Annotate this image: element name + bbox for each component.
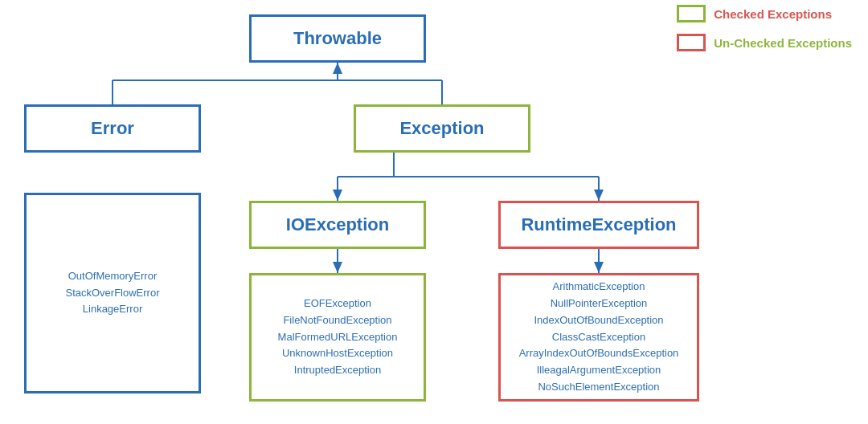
ioexception-label: IOException — [286, 214, 389, 235]
error-content-box: OutOfMemoryError StackOverFlowError Link… — [24, 193, 201, 393]
throwable-label: Throwable — [293, 28, 382, 49]
legend-checked: Checked Exceptions — [677, 5, 852, 22]
runtime-items: ArithmaticException NullPointerException… — [519, 279, 679, 396]
error-box: Error — [24, 104, 201, 153]
legend-checked-box — [677, 5, 706, 22]
ioexception-items: EOFException FileNotFoundException MalFo… — [278, 296, 398, 379]
throwable-box: Throwable — [249, 14, 426, 63]
svg-marker-13 — [594, 190, 604, 201]
legend-unchecked-label: Un-Checked Exceptions — [714, 36, 852, 50]
error-label: Error — [91, 118, 134, 139]
exception-label: Exception — [399, 118, 484, 139]
diagram: Throwable Error OutOfMemoryError StackOv… — [0, 0, 868, 424]
legend-unchecked-box — [677, 34, 706, 51]
svg-marker-3 — [333, 63, 342, 74]
legend-unchecked: Un-Checked Exceptions — [677, 34, 852, 51]
runtimeexception-content-box: ArithmaticException NullPointerException… — [498, 273, 699, 402]
legend-checked-label: Checked Exceptions — [714, 7, 832, 21]
svg-marker-15 — [333, 262, 342, 273]
exception-box: Exception — [354, 104, 530, 153]
svg-marker-9 — [333, 190, 342, 201]
runtimeexception-box: RuntimeException — [498, 201, 699, 249]
runtimeexception-label: RuntimeException — [521, 214, 676, 235]
ioexception-content-box: EOFException FileNotFoundException MalFo… — [249, 273, 426, 402]
ioexception-box: IOException — [249, 201, 426, 249]
svg-marker-17 — [594, 262, 604, 273]
error-items: OutOfMemoryError StackOverFlowError Link… — [65, 268, 159, 318]
legend: Checked Exceptions Un-Checked Exceptions — [677, 5, 852, 51]
